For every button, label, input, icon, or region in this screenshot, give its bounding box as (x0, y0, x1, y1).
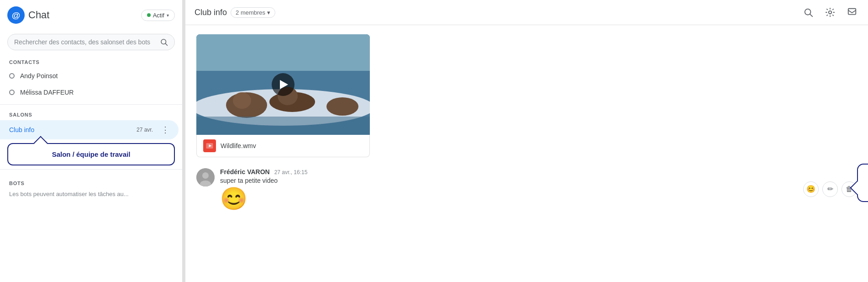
svg-point-20 (202, 172, 209, 179)
video-file-bar: Wildlife.wmv (196, 135, 370, 157)
svg-rect-16 (196, 117, 370, 135)
status-label: Actif (153, 12, 164, 19)
svg-point-12 (233, 92, 251, 109)
salon-callout-text: Salon / équipe de travail (52, 150, 131, 158)
contact-avatar-andy (9, 73, 15, 79)
message-emoji: 😊 (220, 188, 798, 210)
members-badge[interactable]: 2 membres ▾ (231, 7, 275, 18)
gear-icon (825, 7, 835, 17)
message-body: Frédéric VARON 27 avr., 16:15 super ta p… (220, 168, 798, 210)
message-text: super ta petite video (220, 177, 798, 184)
salon-date: 27 avr. (137, 127, 153, 133)
bots-section-label: BOTS (0, 177, 182, 189)
svg-text:@: @ (12, 11, 21, 20)
status-badge[interactable]: Actif ▾ (141, 10, 175, 21)
compose-button[interactable] (845, 5, 859, 19)
chat-logo-icon: @ (7, 6, 25, 24)
search-bar[interactable] (7, 34, 175, 50)
avatar-image (196, 168, 215, 186)
status-dot (147, 13, 151, 17)
file-type-icon (203, 139, 216, 152)
search-input[interactable] (14, 38, 156, 46)
message-sender: Frédéric VARON (220, 168, 270, 176)
bots-section: BOTS Les bots peuvent automatiser les tâ… (0, 173, 182, 199)
edit-message-button[interactable]: ✏ (822, 181, 838, 197)
conversation-callout: Conversation en messagerie instantannée (857, 164, 868, 202)
search-button[interactable] (801, 5, 815, 19)
contact-item-andy[interactable]: Andy Poinsot (0, 68, 182, 84)
members-count: 2 membres (236, 9, 265, 16)
contact-avatar-melissa (9, 90, 15, 95)
svg-point-15 (326, 97, 358, 116)
contacts-section-label: CONTACTS (0, 56, 182, 68)
bots-description: Les bots peuvent automatiser les tâches … (0, 189, 182, 199)
video-file-icon (205, 142, 214, 150)
search-icon (803, 7, 813, 17)
top-bar: Club info 2 membres ▾ (185, 0, 868, 25)
video-share: Wildlife.wmv (196, 34, 370, 157)
file-share-container: Wildlife.wmv Partage de fichiers (exempl… (196, 34, 857, 157)
play-button[interactable] (272, 73, 295, 96)
section-divider-2 (0, 169, 182, 170)
more-options-icon[interactable]: ⋮ (161, 125, 169, 135)
search-icon (160, 38, 168, 46)
members-chevron-icon: ▾ (267, 9, 270, 16)
settings-button[interactable] (823, 5, 837, 19)
chat-area: Wildlife.wmv Partage de fichiers (exempl… (185, 25, 868, 282)
logo-area: @ Chat (7, 6, 49, 24)
sidebar-header: @ Chat Actif ▾ (0, 0, 182, 30)
chevron-down-icon: ▾ (167, 13, 169, 18)
compose-icon (847, 7, 857, 17)
message-row: Frédéric VARON 27 avr., 16:15 super ta p… (196, 168, 857, 210)
salons-section-label: SALONS (0, 108, 182, 120)
room-title: Club info (195, 8, 227, 17)
message-avatar (196, 168, 215, 186)
section-divider (0, 104, 182, 105)
contact-name-melissa: Mélissa DAFFEUR (20, 89, 74, 96)
salon-callout: Salon / équipe de travail (7, 143, 175, 165)
salon-name: Club info (9, 126, 131, 133)
emoji-reaction-button[interactable]: 😊 (803, 181, 819, 197)
main-content: Club info 2 membres ▾ (185, 0, 868, 282)
sidebar: @ Chat Actif ▾ CONTACTS Andy Poinsot Mél… (0, 0, 183, 282)
svg-point-6 (829, 11, 831, 14)
contact-name-andy: Andy Poinsot (20, 72, 58, 80)
contact-item-melissa[interactable]: Mélissa DAFFEUR (0, 84, 182, 101)
video-thumbnail[interactable] (196, 34, 370, 135)
message-actions: 😊 ✏ 🗑 (803, 181, 857, 197)
svg-line-5 (810, 14, 812, 16)
file-name: Wildlife.wmv (221, 142, 256, 149)
salon-item-clubinfo[interactable]: Club info 27 avr. ⋮ (0, 120, 179, 139)
top-bar-actions (801, 5, 859, 19)
edit-icon: ✏ (827, 185, 833, 193)
message-time: 27 avr., 16:15 (274, 169, 308, 176)
message-header: Frédéric VARON 27 avr., 16:15 (220, 168, 798, 176)
play-triangle-icon (280, 80, 288, 89)
emoji-icon: 😊 (806, 185, 815, 193)
app-title: Chat (28, 9, 49, 21)
svg-line-3 (165, 43, 167, 45)
